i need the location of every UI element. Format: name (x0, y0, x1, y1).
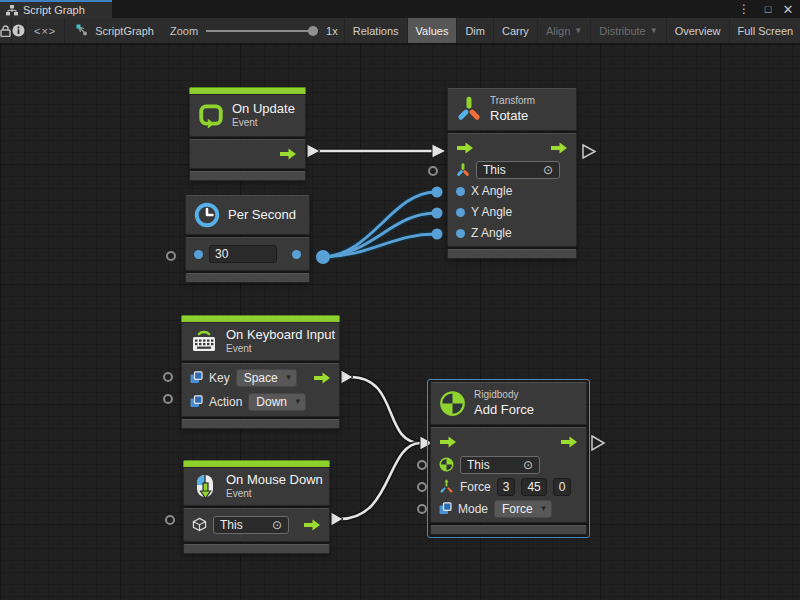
node-title: Rotate (490, 108, 535, 124)
this-object-field[interactable]: This ⊙ (213, 516, 289, 534)
input-port-circle-addforce-mode[interactable] (417, 504, 427, 514)
code-preview-button[interactable]: <×> (26, 18, 65, 43)
force-label: Force (460, 480, 491, 494)
key-dropdown[interactable]: Space (236, 369, 297, 387)
window-menu-icon[interactable]: ⋮ (736, 0, 752, 18)
gameobject-cube-icon (192, 517, 207, 532)
tab-label: Script Graph (23, 4, 85, 16)
node-title: On Mouse Down (226, 472, 323, 488)
info-icon (12, 24, 25, 37)
node-per-second[interactable]: Per Second 30 (185, 195, 310, 283)
flow-output-arrow-icon[interactable] (279, 148, 297, 160)
this-field-value: This (467, 458, 490, 472)
rigidbody-icon (439, 390, 466, 417)
graph-name: ScriptGraph (95, 25, 154, 37)
node-transform-rotate[interactable]: Transform Rotate This (447, 88, 577, 259)
window-close-icon[interactable]: ✕ (780, 0, 796, 18)
node-footer (430, 525, 587, 535)
input-port-circle-key[interactable] (163, 372, 173, 382)
value-output-dot[interactable] (292, 250, 301, 259)
node-rigidbody-add-force[interactable]: Rigidbody Add Force This (430, 382, 587, 535)
on-update-icon (198, 102, 224, 128)
zoom-slider-knob[interactable] (308, 26, 318, 36)
mode-label: Mode (458, 502, 488, 516)
full-screen-button[interactable]: Full Screen (730, 18, 800, 43)
this-object-field[interactable]: This ⊙ (460, 456, 540, 474)
flow-input-arrow-icon[interactable] (439, 436, 457, 448)
node-footer (189, 171, 306, 181)
values-button[interactable]: Values (408, 18, 458, 43)
target-picker-icon[interactable]: ⊙ (543, 164, 553, 176)
graph-breadcrumb[interactable]: ScriptGraph (65, 18, 164, 43)
overview-button[interactable]: Overview (667, 18, 730, 43)
node-footer (181, 419, 340, 429)
force-y-field[interactable]: 45 (521, 478, 546, 496)
node-category: Transform (490, 95, 535, 108)
node-on-mouse-down[interactable]: On Mouse Down Event This ⊙ (183, 460, 330, 554)
force-z-field[interactable]: 0 (553, 478, 572, 496)
input-port-circle-persecond[interactable] (166, 251, 176, 261)
action-dropdown[interactable]: Down (248, 393, 306, 411)
zoom-label: Zoom (170, 25, 198, 37)
input-port-circle-action[interactable] (163, 394, 173, 404)
target-picker-icon[interactable]: ⊙ (523, 459, 533, 471)
wire-onupdate-to-rotate (307, 144, 446, 158)
input-port-circle-addforce-force[interactable] (417, 482, 427, 492)
force-x-value: 3 (503, 480, 510, 494)
tab-script-graph[interactable]: Script Graph (0, 0, 112, 18)
node-footer (183, 544, 330, 554)
zoom-control: Zoom 1x (164, 18, 345, 43)
info-button[interactable] (12, 18, 26, 43)
force-x-field[interactable]: 3 (497, 478, 516, 496)
graph-toolbar: <×> ScriptGraph Zoom 1x Relations Values… (0, 18, 800, 44)
distribute-button[interactable]: Distribute▼ (591, 18, 666, 43)
zoom-value: 1x (326, 25, 338, 37)
wire-keyboard-to-addforce (341, 370, 421, 443)
input-port-circle-mousedown-this[interactable] (165, 515, 175, 525)
node-category: Rigidbody (474, 389, 534, 402)
node-on-keyboard-input[interactable]: On Keyboard Input Event Key Space (181, 315, 340, 429)
flow-output-arrow-icon[interactable] (303, 519, 321, 531)
flow-output-arrow-icon[interactable] (313, 372, 331, 384)
flow-output-arrow-icon[interactable] (560, 436, 578, 448)
event-accent-bar (183, 460, 330, 467)
graph-node-icon (75, 24, 89, 37)
dim-button[interactable]: Dim (457, 18, 494, 43)
value-port-dot[interactable] (456, 187, 465, 196)
event-accent-bar (189, 87, 306, 94)
this-object-field[interactable]: This ⊙ (476, 161, 560, 179)
lock-button[interactable] (0, 18, 12, 43)
distribute-label: Distribute (599, 25, 645, 37)
carry-button[interactable]: Carry (494, 18, 538, 43)
action-value: Down (256, 395, 287, 409)
relations-button[interactable]: Relations (345, 18, 408, 43)
value-port-dot[interactable] (194, 250, 203, 259)
window-maximize-icon[interactable]: □ (760, 0, 776, 18)
align-button[interactable]: Align▼ (538, 18, 591, 43)
transform-icon (456, 96, 482, 122)
zoom-slider[interactable] (206, 25, 318, 37)
flow-output-arrow-icon[interactable] (550, 142, 568, 154)
flow-input-arrow-icon[interactable] (456, 142, 474, 154)
chevron-down-icon: ▼ (650, 26, 658, 35)
action-label: Action (209, 395, 242, 409)
value-port-dot[interactable] (456, 229, 465, 238)
input-port-circle-rotate-this[interactable] (428, 166, 438, 176)
port-label-x-angle: X Angle (471, 184, 512, 198)
per-second-value-field[interactable]: 30 (209, 245, 277, 263)
force-z-value: 0 (559, 480, 566, 494)
input-port-circle-addforce-this[interactable] (417, 460, 427, 470)
wires-layer (0, 44, 800, 600)
graph-canvas[interactable]: On Update Event Transform Rotate (0, 44, 800, 600)
flow-continuation-icon (592, 436, 604, 450)
value-port-dot[interactable] (456, 208, 465, 217)
target-picker-icon[interactable]: ⊙ (272, 519, 282, 531)
lock-icon (0, 25, 11, 37)
node-title: Per Second (228, 207, 296, 223)
this-field-value: This (220, 518, 243, 532)
node-title: Add Force (474, 402, 534, 418)
zoom-slider-track (206, 30, 312, 32)
node-on-update[interactable]: On Update Event (189, 87, 306, 181)
node-footer (447, 249, 577, 259)
mode-dropdown[interactable]: Force (494, 500, 552, 518)
